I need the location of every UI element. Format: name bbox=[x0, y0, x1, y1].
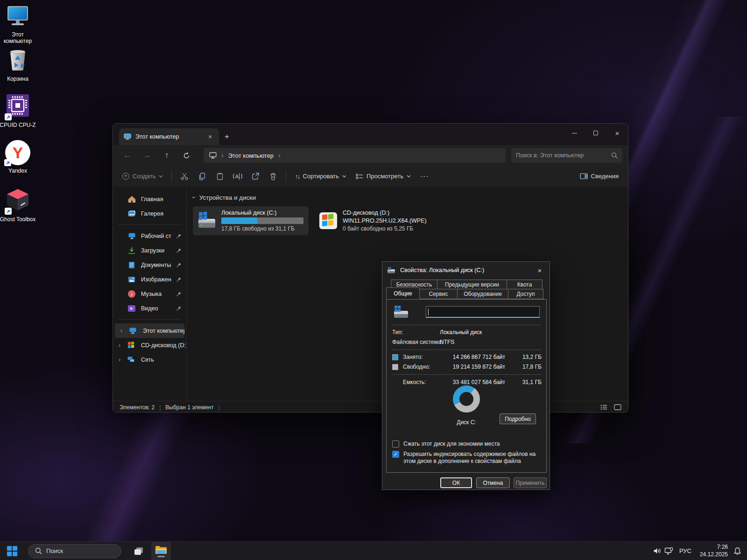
rename-button[interactable]: A bbox=[229, 168, 247, 184]
more-options-button[interactable]: ··· bbox=[416, 168, 433, 184]
tab-tools[interactable]: Сервис bbox=[419, 289, 458, 299]
tab-quota[interactable]: Квота bbox=[507, 280, 543, 289]
network-icon bbox=[127, 356, 135, 363]
chevron-right-icon: › bbox=[278, 152, 281, 159]
shortcut-arrow-icon bbox=[5, 113, 12, 120]
sidebar-item-downloads[interactable]: Загрузки bbox=[113, 243, 186, 258]
details-button[interactable]: Подробно bbox=[500, 413, 536, 424]
chevron-down-icon bbox=[342, 175, 346, 178]
compress-checkbox[interactable]: ✓ bbox=[392, 441, 399, 448]
drive-d-tile[interactable]: CD-дисковод (D:) WIN11.PRO.25H.U2.X64.(W… bbox=[315, 207, 431, 235]
view-layout-icon bbox=[356, 173, 363, 180]
cut-button[interactable] bbox=[176, 168, 193, 184]
index-checkbox[interactable]: ✓ bbox=[392, 451, 399, 458]
index-checkbox-row[interactable]: ✓ Разрешить индексировать содержимое фай… bbox=[392, 451, 542, 465]
task-view-button[interactable] bbox=[129, 542, 148, 560]
expand-chevron-icon[interactable]: › bbox=[119, 356, 120, 363]
desktop-icon-yandex[interactable]: Y Yandex bbox=[0, 140, 38, 174]
desktop-icon-cpuz[interactable]: CPUID CPU-Z bbox=[0, 93, 38, 128]
view-button[interactable]: Просмотреть bbox=[351, 168, 416, 184]
download-icon bbox=[128, 247, 135, 254]
clipboard-icon bbox=[216, 172, 224, 181]
up-button[interactable]: ↑ bbox=[158, 148, 176, 163]
sidebar-item-cd-drive[interactable]: › CD-дисковод (D:) WIN11.PRO.25H.U2.X64.… bbox=[113, 338, 186, 352]
thumbnail-view-icon[interactable] bbox=[614, 404, 621, 410]
maximize-button[interactable] bbox=[585, 124, 606, 142]
taskbar-search-input[interactable]: Поиск bbox=[28, 544, 121, 558]
network-icon[interactable] bbox=[664, 547, 674, 555]
details-view-icon[interactable] bbox=[600, 404, 607, 410]
copy-icon bbox=[198, 172, 206, 181]
breadcrumb[interactable]: › Этот компьютер › bbox=[204, 148, 506, 163]
explorer-nav-bar: ← → ↑ › Этот компьютер › Поиск в: Этот к… bbox=[113, 145, 628, 166]
capacity-bytes: 33 481 027 584 байт bbox=[435, 379, 505, 385]
desktop-icon-this-pc[interactable]: Этот компьютер bbox=[0, 6, 38, 45]
chevron-right-icon: › bbox=[221, 152, 224, 159]
clock[interactable]: 7:26 24.12.2025 bbox=[697, 544, 731, 558]
tab-hardware[interactable]: Оборудование bbox=[457, 289, 508, 299]
share-button[interactable] bbox=[247, 168, 264, 184]
explorer-search-input[interactable]: Поиск в: Этот компьютер bbox=[511, 148, 622, 163]
tab-general[interactable]: Общие bbox=[386, 287, 420, 299]
sidebar-item-home[interactable]: Главная bbox=[113, 192, 186, 206]
used-label: Занято: bbox=[403, 354, 423, 360]
delete-button[interactable] bbox=[264, 168, 282, 184]
sidebar-item-desktop[interactable]: Рабочий стол bbox=[113, 229, 186, 243]
shortcut-arrow-icon bbox=[4, 159, 11, 166]
new-tab-button[interactable]: + bbox=[219, 128, 235, 145]
sidebar-item-this-pc[interactable]: › Этот компьютер bbox=[115, 323, 184, 338]
sidebar-item-documents[interactable]: Документы bbox=[113, 258, 186, 272]
compress-checkbox-row[interactable]: ✓ Сжать этот диск для экономии места bbox=[392, 441, 542, 448]
expand-chevron-icon[interactable]: › bbox=[120, 327, 122, 334]
volume-icon[interactable] bbox=[653, 547, 662, 554]
file-explorer-taskbar-button[interactable] bbox=[151, 542, 171, 560]
ok-button[interactable]: ОК bbox=[440, 477, 472, 488]
back-button[interactable]: ← bbox=[119, 148, 136, 163]
desktop-icon-ghost-toolbox[interactable]: Ghost Toolbox bbox=[0, 188, 38, 223]
notifications-bell-icon[interactable] bbox=[733, 547, 741, 555]
volume-label-input[interactable] bbox=[426, 306, 540, 318]
dialog-close-icon[interactable]: × bbox=[535, 266, 545, 274]
copy-button[interactable] bbox=[193, 168, 211, 184]
breadcrumb-item[interactable]: Этот компьютер bbox=[228, 152, 274, 159]
section-devices-and-drives[interactable]: › Устройства и диски bbox=[193, 194, 628, 201]
sort-button[interactable]: ↑↓ Сортировать bbox=[290, 168, 351, 184]
tab-title: Этот компьютер bbox=[135, 133, 202, 140]
new-button[interactable]: + Создать bbox=[118, 168, 168, 184]
paste-button[interactable] bbox=[211, 168, 229, 184]
hard-drive-icon bbox=[197, 211, 217, 230]
general-tab-panel: Тип: Локальный диск Файловая система: NT… bbox=[386, 299, 547, 473]
plus-circle-icon: + bbox=[122, 173, 129, 180]
windows-logo-icon bbox=[7, 546, 17, 556]
sort-arrows-icon: ↑↓ bbox=[295, 173, 299, 180]
language-indicator[interactable]: РУС bbox=[677, 547, 694, 554]
refresh-button[interactable] bbox=[177, 148, 195, 163]
share-icon bbox=[251, 172, 260, 181]
sidebar-item-music[interactable]: ♪ Музыка bbox=[113, 287, 186, 301]
cube-icon bbox=[6, 188, 30, 214]
sidebar-item-gallery[interactable]: Галерея bbox=[113, 206, 186, 221]
tab-close-icon[interactable]: × bbox=[206, 133, 214, 140]
explorer-window: Этот компьютер × + × ← → ↑ bbox=[113, 123, 628, 413]
drive-c-tile[interactable]: Локальный диск (C:) 17,8 ГБ свободно из … bbox=[193, 207, 308, 235]
desktop-icon-label: Этот компьютер bbox=[0, 31, 38, 45]
explorer-tab[interactable]: Этот компьютер × bbox=[119, 128, 219, 145]
tab-previous-versions[interactable]: Предыдущие версии bbox=[437, 280, 507, 289]
cd-drive-icon bbox=[318, 211, 338, 230]
tab-sharing[interactable]: Доступ bbox=[508, 289, 543, 299]
close-button[interactable]: × bbox=[606, 124, 628, 142]
this-pc-icon bbox=[6, 6, 29, 29]
forward-button[interactable]: → bbox=[138, 148, 156, 163]
start-button[interactable] bbox=[3, 542, 21, 560]
desktop-icon-recycle-bin[interactable]: Корзина bbox=[0, 49, 38, 82]
expand-chevron-icon[interactable]: › bbox=[119, 342, 120, 349]
type-value: Локальный диск bbox=[440, 329, 482, 336]
rename-icon: A bbox=[233, 172, 242, 181]
cancel-button[interactable]: Отмена bbox=[476, 477, 510, 488]
sidebar-item-network[interactable]: › Сеть bbox=[113, 352, 186, 367]
apply-button[interactable]: Применить bbox=[514, 477, 547, 488]
details-pane-button[interactable]: Сведения bbox=[575, 168, 623, 184]
minimize-button[interactable] bbox=[564, 124, 585, 142]
sidebar-item-pictures[interactable]: Изображения bbox=[113, 272, 186, 287]
sidebar-item-videos[interactable]: ▶ Видео bbox=[113, 301, 186, 315]
